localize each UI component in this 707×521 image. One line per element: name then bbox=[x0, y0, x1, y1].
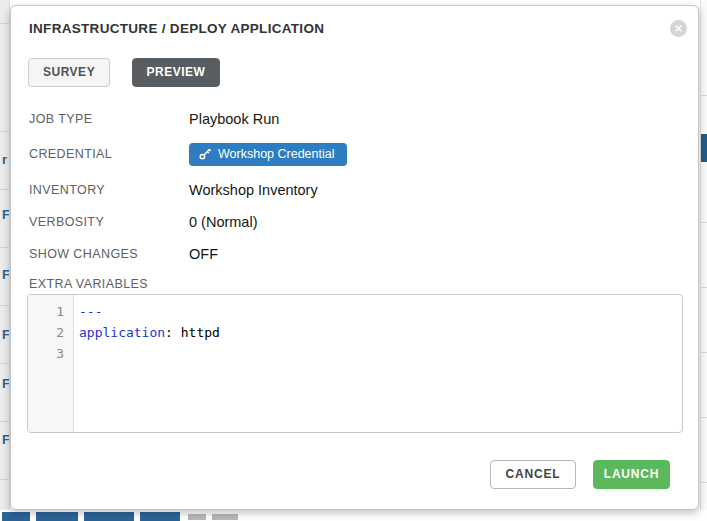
background-page-right-sliver bbox=[700, 0, 707, 521]
clipped-link-text: F bbox=[2, 267, 10, 282]
show-changes-value: OFF bbox=[189, 245, 218, 263]
row-divider bbox=[0, 363, 10, 364]
row-divider bbox=[0, 479, 10, 480]
row-divider bbox=[701, 287, 707, 288]
close-icon[interactable]: ✕ bbox=[670, 20, 687, 37]
row-divider bbox=[701, 417, 707, 418]
yaml-value-token: : httpd bbox=[165, 325, 220, 340]
yaml-doc-start-token: --- bbox=[79, 304, 102, 319]
row-divider bbox=[0, 131, 10, 132]
row-divider bbox=[0, 305, 10, 306]
row-divider bbox=[701, 482, 707, 483]
line-number: 3 bbox=[28, 343, 73, 364]
tab-row: SURVEY PREVIEW bbox=[28, 58, 220, 87]
clipped-link-text: F bbox=[2, 327, 10, 342]
selected-row-marker bbox=[701, 134, 707, 162]
clipped-text-fragment bbox=[84, 512, 134, 521]
code-line-2: application: httpd bbox=[79, 322, 682, 343]
row-divider bbox=[0, 421, 10, 422]
inventory-label: INVENTORY bbox=[29, 182, 179, 198]
line-number: 1 bbox=[28, 301, 73, 322]
extra-variables-label: EXTRA VARIABLES bbox=[29, 277, 148, 291]
credential-badge-label: Workshop Credential bbox=[218, 147, 335, 161]
row-divider bbox=[0, 247, 10, 248]
job-type-label: JOB TYPE bbox=[29, 111, 179, 127]
clipped-text-fragment bbox=[140, 512, 180, 521]
detail-row-credential: CREDENTIAL Workshop Credential bbox=[29, 143, 680, 166]
clipped-link-text: F bbox=[2, 376, 10, 391]
verbosity-label: VERBOSITY bbox=[29, 214, 179, 230]
credential-label: CREDENTIAL bbox=[29, 143, 179, 166]
clipped-text-fragment bbox=[2, 512, 30, 521]
detail-row-job-type: JOB TYPE Playbook Run bbox=[29, 111, 680, 134]
row-divider bbox=[0, 189, 10, 190]
deploy-application-modal: INFRASTRUCTURE / DEPLOY APPLICATION ✕ SU… bbox=[10, 5, 699, 510]
row-divider bbox=[701, 352, 707, 353]
detail-row-inventory: INVENTORY Workshop Inventory bbox=[29, 182, 680, 205]
row-divider bbox=[0, 23, 10, 24]
code-line-1: --- bbox=[79, 301, 682, 322]
code-line-3 bbox=[79, 343, 682, 364]
code-area[interactable]: --- application: httpd bbox=[74, 295, 682, 432]
show-changes-label: SHOW CHANGES bbox=[29, 246, 179, 262]
key-icon bbox=[199, 148, 211, 160]
background-page-bottom-sliver bbox=[0, 510, 707, 521]
verbosity-value: 0 (Normal) bbox=[189, 213, 257, 231]
extra-variables-editor[interactable]: 1 2 3 --- application: httpd bbox=[27, 294, 683, 433]
tab-preview[interactable]: PREVIEW bbox=[132, 58, 221, 87]
detail-row-show-changes: SHOW CHANGES OFF bbox=[29, 246, 680, 269]
inventory-value: Workshop Inventory bbox=[189, 181, 318, 199]
detail-row-verbosity: VERBOSITY 0 (Normal) bbox=[29, 214, 680, 237]
cancel-button[interactable]: CANCEL bbox=[490, 460, 576, 489]
line-number: 2 bbox=[28, 322, 73, 343]
modal-title: INFRASTRUCTURE / DEPLOY APPLICATION bbox=[29, 21, 324, 36]
job-type-value: Playbook Run bbox=[189, 110, 279, 128]
credential-badge[interactable]: Workshop Credential bbox=[189, 143, 347, 166]
row-divider bbox=[701, 222, 707, 223]
clipped-link-text: F bbox=[2, 432, 10, 447]
clipped-text-fragment bbox=[212, 514, 238, 520]
clipped-link-text: r bbox=[2, 152, 7, 167]
clipped-text-fragment bbox=[36, 512, 78, 521]
clipped-text-fragment bbox=[188, 514, 206, 520]
clipped-link-text: F bbox=[2, 207, 10, 222]
tab-survey[interactable]: SURVEY bbox=[28, 58, 110, 87]
yaml-key-token: application bbox=[79, 325, 165, 340]
line-number-gutter: 1 2 3 bbox=[28, 295, 74, 432]
launch-button[interactable]: LAUNCH bbox=[593, 460, 670, 489]
row-divider bbox=[701, 95, 707, 96]
background-page-left-sliver: r F F F F F bbox=[0, 0, 10, 510]
